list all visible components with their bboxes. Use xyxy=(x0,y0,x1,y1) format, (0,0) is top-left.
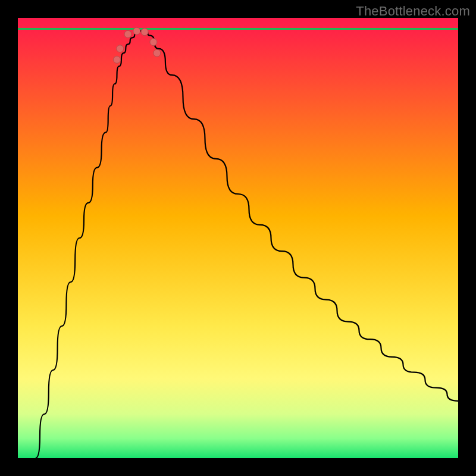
plot-area xyxy=(18,18,458,458)
curve-marker xyxy=(150,39,157,46)
curve-marker xyxy=(141,29,148,36)
chart-frame: TheBottleneck.com xyxy=(0,0,476,476)
watermark-text: TheBottleneck.com xyxy=(356,4,470,19)
curve-marker xyxy=(133,27,140,35)
curve-marker xyxy=(124,30,131,37)
curve-marker xyxy=(117,45,124,52)
chart-svg xyxy=(18,18,458,458)
curve-marker xyxy=(114,56,121,63)
gradient-background xyxy=(18,18,458,458)
curve-marker xyxy=(154,49,161,57)
